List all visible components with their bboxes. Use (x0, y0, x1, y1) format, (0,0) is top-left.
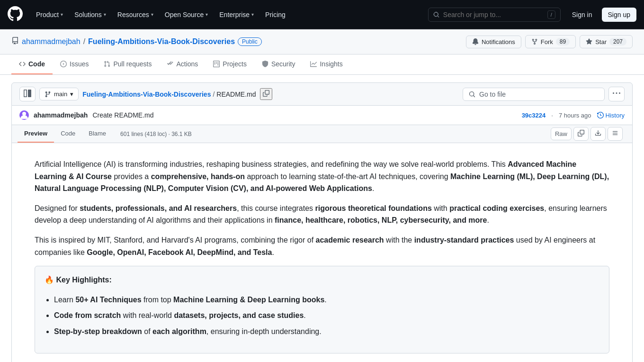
top-navigation: Product ▾ Solutions ▾ Resources ▾ Open S… (0, 0, 644, 29)
fork-label: Fork (541, 38, 553, 45)
bold-algorithm: each algorithm (152, 327, 206, 335)
code-icon (19, 61, 26, 67)
more-options-icon (613, 90, 620, 97)
nav-solutions[interactable]: Solutions ▾ (69, 7, 112, 22)
tab-preview-label: Preview (24, 130, 47, 137)
file-path-bar: main ▾ Fueling-Ambitions-Via-Book-Discov… (11, 82, 633, 106)
history-button[interactable]: History (597, 112, 625, 119)
tab-code[interactable]: Code (11, 54, 53, 74)
nav-product[interactable]: Product ▾ (30, 7, 69, 22)
signup-button[interactable]: Sign up (602, 8, 636, 22)
tab-projects[interactable]: Projects (206, 54, 254, 74)
goto-file-label: Go to file (479, 90, 506, 98)
repo-tabs: Code Issues Pull requests Actions Projec… (0, 54, 644, 75)
tab-actions[interactable]: Actions (159, 54, 206, 74)
bold-domains: finance, healthcare, robotics, NLP, cybe… (275, 216, 487, 224)
branch-chevron-icon: ▾ (70, 90, 73, 98)
repo-path: ahammadmejbah / Fueling-Ambitions-Via-Bo… (11, 37, 262, 46)
list-icon (612, 130, 618, 136)
goto-file-bar[interactable]: Go to file (463, 88, 605, 101)
bold-code-scratch: Code from scratch (54, 311, 121, 319)
bold-industry: industry-standard practices (414, 236, 514, 244)
bold-datasets: datasets, projects, and case studies (174, 311, 304, 319)
list-item: Step-by-step breakdown of each algorithm… (54, 326, 599, 338)
highlights-header: 🔥 Key Highlights: (45, 274, 599, 286)
tab-code-view-label: Code (61, 130, 75, 137)
commit-bar: ahammadmejbah Create README.md 39c3224 ·… (11, 106, 633, 125)
breadcrumb-file: README.md (216, 90, 256, 98)
file-container: main ▾ Fueling-Ambitions-Via-Book-Discov… (0, 75, 644, 362)
repo-header: ahammadmejbah / Fueling-Ambitions-Via-Bo… (0, 29, 644, 54)
repo-owner-link[interactable]: ahammadmejbah (22, 37, 80, 46)
tab-insights-label: Insights (320, 60, 342, 68)
tab-issues[interactable]: Issues (53, 54, 96, 74)
signin-button[interactable]: Sign in (566, 8, 598, 21)
issue-icon (60, 61, 67, 67)
repo-name-link[interactable]: Fueling-Ambitions-Via-Book-Discoveries (88, 37, 235, 46)
tab-code-label: Code (28, 60, 45, 68)
fork-button[interactable]: Fork 89 (525, 35, 576, 48)
tab-preview[interactable]: Preview (18, 125, 54, 143)
projects-icon (213, 61, 220, 67)
search-bar[interactable]: / (428, 8, 561, 22)
insights-icon (310, 61, 317, 67)
file-view-tabs-left: Preview Code Blame 601 lines (418 loc) ·… (18, 125, 199, 143)
notifications-label: Notifications (482, 38, 515, 45)
github-logo[interactable] (8, 6, 23, 23)
tab-code-view[interactable]: Code (54, 125, 82, 143)
star-icon (586, 38, 592, 45)
breadcrumb-separator: / (213, 90, 215, 98)
search-input[interactable] (443, 11, 544, 18)
star-count: 207 (609, 38, 626, 45)
commit-bar-right: 39c3224 · 7 hours ago History (522, 112, 625, 119)
list-item: Learn 50+ AI Techniques from top Machine… (54, 294, 599, 306)
nav-open-source[interactable]: Open Source ▾ (159, 7, 214, 22)
commit-bar-left: ahammadmejbah Create README.md (19, 110, 154, 120)
more-options-button[interactable] (608, 87, 625, 101)
commit-hash-link[interactable]: 39c3224 (522, 112, 546, 119)
para-1: Artificial Intelligence (AI) is transfor… (35, 158, 609, 195)
highlights-list: Learn 50+ AI Techniques from top Machine… (54, 294, 599, 338)
repo-icon (11, 37, 19, 46)
sidebar-toggle-button[interactable] (19, 87, 36, 101)
branch-icon (45, 91, 51, 98)
copy-raw-button[interactable] (573, 127, 589, 141)
bold-techniques: 50+ AI Techniques (75, 296, 141, 304)
file-view-tabs: Preview Code Blame 601 lines (418 loc) ·… (12, 125, 632, 143)
fork-icon (531, 38, 538, 45)
download-button[interactable] (590, 127, 606, 141)
chevron-down-icon: ▾ (104, 12, 106, 17)
raw-label: Raw (555, 130, 567, 137)
tab-pull-requests[interactable]: Pull requests (96, 54, 159, 74)
search-icon (433, 11, 439, 18)
raw-button[interactable]: Raw (551, 127, 572, 140)
tab-security[interactable]: Security (254, 54, 303, 74)
copy-icon (263, 90, 269, 97)
tab-insights[interactable]: Insights (303, 54, 350, 74)
readme-content: Artificial Intelligence (AI) is transfor… (12, 143, 632, 362)
notifications-button[interactable]: Notifications (466, 36, 521, 48)
star-button[interactable]: Star 207 (580, 35, 633, 48)
nav-resources[interactable]: Resources ▾ (112, 7, 159, 22)
nav-enterprise[interactable]: Enterprise ▾ (214, 7, 259, 22)
nav-pricing[interactable]: Pricing (259, 7, 291, 22)
tab-blame-label: Blame (89, 130, 106, 137)
copy-path-button[interactable] (260, 88, 272, 100)
auth-buttons: Sign in Sign up (566, 8, 636, 22)
lines-button[interactable] (608, 127, 623, 141)
branch-name: main (54, 90, 67, 98)
copy-raw-icon (578, 130, 584, 136)
path-separator: / (83, 37, 85, 46)
breadcrumb-repo-link[interactable]: Fueling-Ambitions-Via-Book-Discoveries (82, 90, 211, 98)
tab-blame[interactable]: Blame (82, 125, 113, 143)
file-content-wrapper: Preview Code Blame 601 lines (418 loc) ·… (11, 125, 633, 362)
bold-companies: Google, OpenAI, Facebook AI, DeepMind, a… (87, 248, 272, 256)
bold-audience: students, professionals, and AI research… (80, 204, 237, 212)
commit-author[interactable]: ahammadmejbah (34, 111, 88, 119)
svg-point-0 (22, 112, 26, 116)
file-path-bar-left: main ▾ Fueling-Ambitions-Via-Book-Discov… (19, 87, 272, 101)
avatar (19, 110, 29, 120)
branch-selector[interactable]: main ▾ (39, 88, 79, 100)
bold-practice: practical coding exercises (449, 204, 544, 212)
security-icon (262, 61, 268, 67)
